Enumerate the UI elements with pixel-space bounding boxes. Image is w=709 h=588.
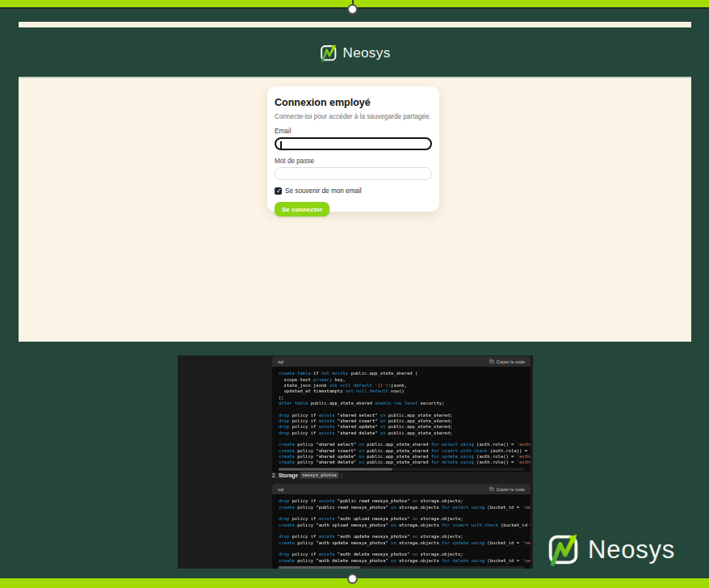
resize-handle-bottom[interactable] — [347, 573, 358, 584]
text-caret — [280, 141, 282, 149]
footer-logo: Neosys — [544, 531, 675, 569]
list-label: Storage — [279, 472, 298, 479]
email-label: Email — [275, 128, 432, 135]
horizontal-scrollbar — [278, 566, 525, 569]
inline-code-chip: neosys_photos — [300, 472, 339, 479]
top-cream-strip — [19, 22, 691, 27]
remember-checkbox[interactable] — [275, 187, 282, 195]
login-card: Connexion employé Connecte-toi pour accé… — [267, 86, 439, 212]
sql-code: drop policy if exists "public read neosy… — [272, 494, 531, 565]
sql-code: create table if not exists public.app_st… — [272, 367, 531, 468]
copy-code-label: Copier le code — [497, 487, 525, 492]
chat-code-panel: sql Copier le code create table if not e… — [178, 355, 533, 569]
email-field-wrapper — [275, 137, 432, 150]
copy-code-button[interactable]: Copier le code — [489, 487, 525, 492]
scrollbar-thumb[interactable] — [279, 468, 392, 471]
header-brand-text: Neosys — [342, 45, 390, 61]
site-header: Neosys — [0, 36, 709, 71]
login-submit-button[interactable]: Se connecter — [275, 202, 329, 216]
code-block-header: sql Copier le code — [272, 484, 531, 494]
header-logo: Neosys — [318, 43, 390, 64]
sql-code-block-1: sql Copier le code create table if not e… — [272, 356, 531, 472]
neosys-logo-icon — [544, 531, 583, 569]
code-block-header: sql Copier le code — [272, 356, 531, 367]
password-field-wrapper — [275, 167, 432, 180]
copy-icon — [489, 359, 494, 364]
page: Neosys Connexion employé Connecte-toi po… — [0, 0, 709, 588]
password-label: Mot de passe — [275, 158, 432, 165]
list-suffix: : — [341, 472, 342, 479]
login-subtitle: Connecte-toi pour accéder à la sauvegard… — [275, 113, 432, 120]
copy-code-label: Copier le code — [497, 359, 525, 364]
storage-list-item: 2. Storage neosys_photos : — [272, 472, 342, 479]
code-language-label: sql — [278, 359, 283, 364]
footer-brand-text: Neosys — [588, 536, 675, 565]
scrollbar-thumb[interactable] — [279, 566, 360, 569]
code-language-label: sql — [278, 487, 283, 492]
horizontal-scrollbar — [278, 468, 525, 471]
email-input[interactable] — [276, 143, 430, 153]
list-number: 2. — [272, 472, 276, 479]
remember-label: Se souvenir de mon email — [285, 187, 362, 195]
copy-code-button[interactable]: Copier le code — [489, 359, 525, 364]
login-title: Connexion employé — [275, 97, 432, 108]
copy-icon — [489, 487, 494, 492]
resize-handle-top[interactable] — [347, 4, 358, 15]
neosys-logo-icon — [318, 43, 339, 64]
sql-code-block-2: sql Copier le code drop policy if exists… — [272, 484, 531, 569]
password-input[interactable] — [275, 171, 431, 183]
remember-row: Se souvenir de mon email — [275, 187, 432, 195]
